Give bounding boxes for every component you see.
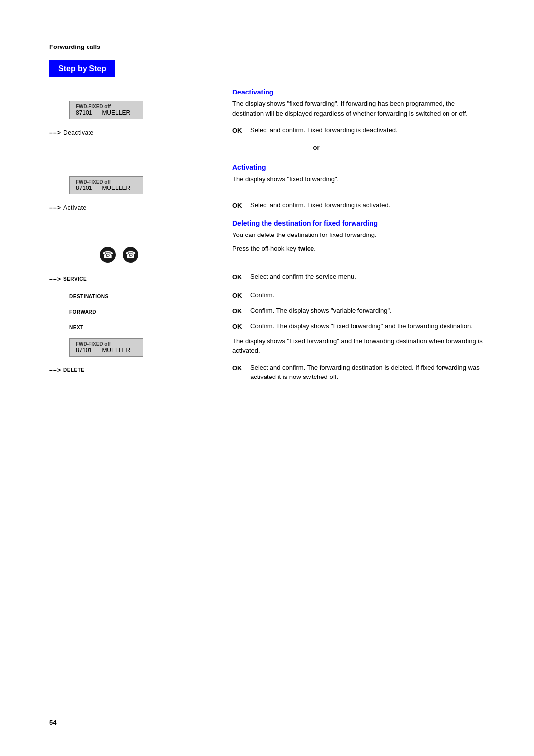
deleting-display2-desc: The display shows "Fixed forwarding" and… [227,336,485,356]
activating-display-row: FWD-FIXED off 87101 MUELLER The display … [49,174,485,196]
destinations-label: DESTINATIONS [69,294,109,299]
activating-display-num: 87101 [76,185,92,191]
section-title: Forwarding calls [49,43,100,50]
deleting-desc1: You can delete the destination for fixed… [227,230,485,240]
activating-display-desc: The display shows "fixed forwarding". [227,174,485,184]
delete-row: – – > DELETE OK Select and confirm. The … [49,363,485,382]
delete-label[interactable]: DELETE [63,367,84,373]
deactivating-display-left: FWD-FIXED off 87101 MUELLER [49,99,227,121]
section-header: Forwarding calls [49,40,485,50]
forward-label: FORWARD [69,309,96,315]
service-row: – – > SERVICE OK Select and confirm the … [49,272,485,286]
activating-display: FWD-FIXED off 87101 MUELLER [69,176,227,194]
activating-title: Activating [232,163,266,171]
phone-icon-2: ☎ [122,246,139,268]
deleting-display2-num: 87101 [76,347,92,354]
deleting-desc2-pre: Press the off-hook key [232,245,298,252]
deactivating-ok-desc: Select and confirm. Fixed forwarding is … [250,125,398,135]
activating-section: Activating FWD-FIXED off 87101 MUELLER T… [49,163,485,382]
activating-display-line1: FWD-FIXED off [76,179,137,185]
deactivating-display-desc: The display shows "fixed forwarding". If… [227,99,485,118]
delete-desc: Select and confirm. The forwarding desti… [250,363,485,382]
deleting-display2-line1: FWD-FIXED off [76,341,137,347]
deactivating-display-row: FWD-FIXED off 87101 MUELLER The display … [49,99,485,121]
destinations-ok: OK [232,290,250,301]
deactivating-display-num: 87101 [76,109,92,116]
deactivating-arrow: – – > [49,129,60,136]
phone-icon-1: ☎ [99,246,117,268]
forward-desc: Confirm. The display shows "variable for… [250,306,392,316]
deactivating-display-name: MUELLER [102,109,130,116]
deleting-desc2-post: . [314,245,316,252]
service-arrow: – – > [49,276,60,283]
page: Forwarding calls Step by Step Deactivati… [0,0,534,756]
activating-ok: OK [232,200,250,211]
deactivating-display: FWD-FIXED off 87101 MUELLER [69,101,227,119]
next-desc: Confirm. The display shows "Fixed forwar… [250,321,473,331]
service-ok: OK [232,272,250,282]
delete-ok: OK [232,363,250,373]
next-label: NEXT [69,325,84,330]
activating-arrow: – – > [49,204,60,211]
deactivating-section: Deactivating FWD-FIXED off 87101 MUELLER… [49,88,485,151]
activating-ok-desc: Select and confirm. Fixed forwarding is … [250,200,390,210]
destinations-desc: Confirm. [250,290,274,300]
deleting-title: Deleting the destination for fixed forwa… [232,219,378,227]
forward-ok: OK [232,306,250,316]
service-desc: Select and confirm the service menu. [250,272,356,282]
deleting-display2-row: FWD-FIXED off 87101 MUELLER The display … [49,336,485,359]
service-label: SERVICE [63,276,87,282]
deactivating-title: Deactivating [232,88,273,96]
next-ok: OK [232,321,250,331]
delete-arrow: – – > [49,367,60,374]
or-label: or [148,144,485,151]
svg-text:☎: ☎ [102,250,113,260]
deleting-phone-row: ☎ ☎ Press the off-hook key twice. [49,244,485,268]
deactivate-button-label[interactable]: Deactivate [63,129,94,136]
next-row: NEXT OK Confirm. The display shows "Fixe… [49,321,485,332]
svg-text:☎: ☎ [125,250,136,260]
activate-button-label[interactable]: Activate [63,204,87,211]
forward-row: FORWARD OK Confirm. The display shows "v… [49,306,485,317]
page-number: 54 [49,719,56,726]
destinations-row: DESTINATIONS OK Confirm. [49,290,485,302]
deleting-desc2-bold: twice [298,245,314,252]
deleting-display2: FWD-FIXED off 87101 MUELLER [69,338,227,357]
activating-display-name: MUELLER [102,185,130,191]
deleting-desc1-row: You can delete the destination for fixed… [49,230,485,240]
deactivating-action-row: – – > Deactivate OK Select and confirm. … [49,125,485,140]
deactivating-display-line1: FWD-FIXED off [76,104,137,109]
deleting-display2-name: MUELLER [102,347,130,354]
step-by-step-box: Step by Step [49,60,115,77]
activating-action-row: – – > Activate OK Select and confirm. Fi… [49,200,485,215]
deactivating-ok: OK [232,125,250,136]
